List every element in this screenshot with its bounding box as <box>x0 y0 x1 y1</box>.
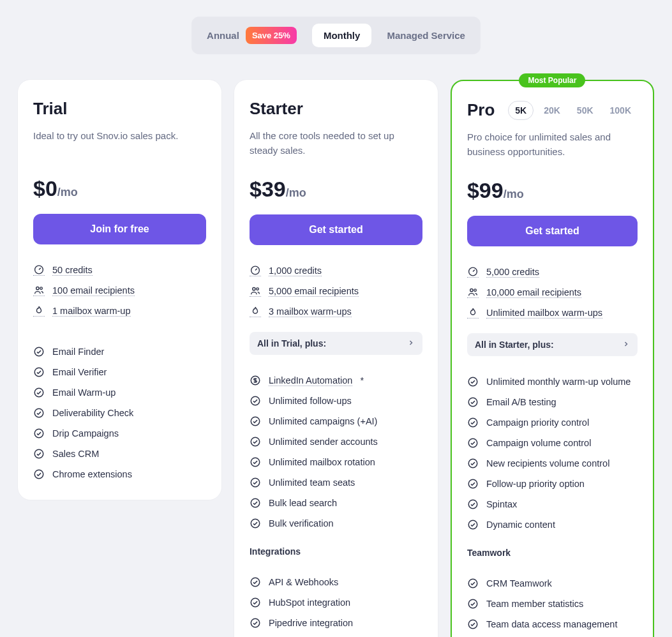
svg-point-20 <box>251 519 260 528</box>
price-amount: $0 <box>33 176 57 200</box>
plus-bar-label: All in Trial, plus: <box>257 338 326 348</box>
starter-plus-bar[interactable]: All in Trial, plus: <box>250 332 422 355</box>
flame-icon <box>250 306 261 317</box>
trial-features: Email FinderEmail VerifierEmail Warm-upD… <box>33 341 206 484</box>
chevron-right-icon <box>407 338 415 348</box>
svg-point-18 <box>251 478 260 487</box>
billing-managed-label: Managed Service <box>387 30 465 41</box>
feature-recipients: 5,000 email recipients <box>250 281 422 301</box>
pro-top-list: 5,000 credits 10,000 email recipients Un… <box>467 262 638 323</box>
svg-point-19 <box>251 498 260 507</box>
check-icon <box>467 458 479 469</box>
trial-top-list: 50 credits 100 email recipients 1 mailbo… <box>33 260 206 321</box>
check-icon <box>33 366 45 378</box>
feature-item: Chrome extensions <box>33 464 206 484</box>
feature-item: Unlimited team seats <box>250 472 422 493</box>
feature-item: Drip Campaigns <box>33 423 206 444</box>
starter-integrations: API & WebhooksHubSpot integrationPipedri… <box>250 572 422 637</box>
pro-plus-bar[interactable]: All in Starter, plus: <box>467 333 638 356</box>
check-icon <box>467 519 479 530</box>
feature-item: Spintax <box>467 494 638 514</box>
pro-cta-button[interactable]: Get started <box>467 216 638 246</box>
feature-item: Campaign priority control <box>467 412 638 433</box>
feature-item: Unlimited campaigns (+AI) <box>250 411 422 431</box>
svg-point-30 <box>468 398 477 407</box>
svg-point-11 <box>253 288 255 290</box>
svg-point-4 <box>34 368 43 377</box>
plan-price: $39/mo <box>250 177 422 202</box>
check-icon <box>467 498 479 510</box>
tier-50k[interactable]: 50K <box>571 101 600 119</box>
trial-cta-button[interactable]: Join for free <box>33 214 206 244</box>
teamwork-heading: Teamwork <box>467 548 638 558</box>
integrations-heading: Integrations <box>250 546 422 557</box>
feature-recipients: 10,000 email recipients <box>467 282 638 303</box>
check-icon <box>250 497 261 509</box>
feature-credits: 1,000 credits <box>250 260 422 281</box>
check-icon <box>250 576 261 588</box>
check-icon <box>467 578 479 589</box>
feature-item: Sales CRM <box>33 444 206 464</box>
check-icon <box>33 468 45 480</box>
svg-point-6 <box>34 408 43 417</box>
svg-point-27 <box>470 289 473 292</box>
svg-point-5 <box>34 388 43 397</box>
price-per: /mo <box>286 186 306 199</box>
feature-item: API & Webhooks <box>250 572 422 592</box>
feature-warmup: 3 mailbox warm-ups <box>250 301 422 322</box>
plan-starter: Starter All the core tools needed to set… <box>234 80 438 637</box>
check-icon <box>467 376 479 387</box>
feature-item: Email Warm-up <box>33 382 206 403</box>
tier-20k[interactable]: 20K <box>537 101 567 119</box>
starter-features: LinkedIn Automation *Unlimited follow-up… <box>250 370 422 534</box>
check-icon <box>250 477 261 488</box>
speedometer-icon <box>33 264 45 276</box>
starter-cta-button[interactable]: Get started <box>250 214 422 245</box>
plan-trial: Trial Ideal to try out Snov.io sales pac… <box>18 80 221 500</box>
feature-item: Shared do-not-email lists <box>467 634 638 637</box>
speedometer-icon <box>250 265 261 276</box>
feature-credits: 5,000 credits <box>467 262 638 282</box>
feature-recipients: 100 email recipients <box>33 280 206 301</box>
billing-managed[interactable]: Managed Service <box>375 24 477 47</box>
svg-point-35 <box>468 500 477 509</box>
starter-top-list: 1,000 credits 5,000 email recipients 3 m… <box>250 260 422 322</box>
chevron-right-icon <box>622 340 630 350</box>
svg-point-9 <box>34 470 43 479</box>
check-icon <box>467 598 479 610</box>
feature-item: Dynamic content <box>467 514 638 535</box>
svg-point-17 <box>251 458 260 467</box>
speedometer-icon <box>467 266 479 278</box>
billing-monthly-label: Monthly <box>324 30 361 41</box>
tier-100k[interactable]: 100K <box>604 101 638 119</box>
feature-item: Email Finder <box>33 341 206 362</box>
feature-item: Follow-up priority option <box>467 474 638 494</box>
check-icon <box>33 387 45 398</box>
feature-item: Email Verifier <box>33 362 206 382</box>
feature-item: Deliverability Check <box>33 403 206 423</box>
pro-tier-tabs: 5K 20K 50K 100K <box>508 101 638 120</box>
popular-badge: Most Popular <box>519 73 585 87</box>
svg-point-28 <box>474 289 477 292</box>
plan-title: Trial <box>33 99 206 119</box>
plan-price: $99/mo <box>467 178 638 203</box>
check-icon <box>250 518 261 529</box>
check-icon <box>250 395 261 407</box>
billing-monthly[interactable]: Monthly <box>312 24 372 47</box>
pro-teamwork: CRM TeamworkTeam member statisticsTeam d… <box>467 573 638 637</box>
feature-item: Unlimited follow-ups <box>250 391 422 411</box>
price-per: /mo <box>57 186 78 199</box>
plus-bar-label: All in Starter, plus: <box>475 340 554 350</box>
check-icon <box>467 478 479 490</box>
check-icon <box>33 407 45 419</box>
price-amount: $99 <box>467 178 504 202</box>
billing-toggle: Annual Save 25% Monthly Managed Service <box>191 17 481 54</box>
svg-point-31 <box>468 418 477 427</box>
feature-item: Unlimited sender accounts <box>250 431 422 452</box>
check-icon <box>250 597 261 608</box>
tier-5k[interactable]: 5K <box>508 101 534 120</box>
check-icon <box>250 456 261 468</box>
billing-annual[interactable]: Annual Save 25% <box>195 20 308 50</box>
plan-title: Starter <box>250 99 422 119</box>
price-amount: $39 <box>250 177 286 201</box>
